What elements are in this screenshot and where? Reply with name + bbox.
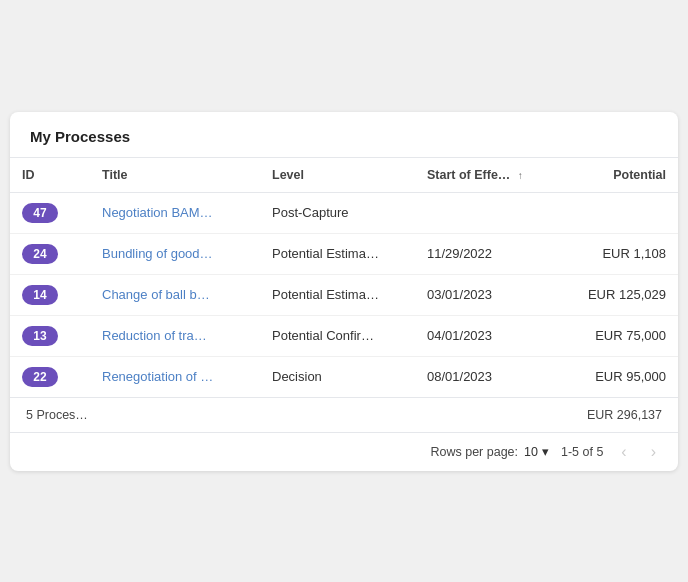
- cell-id: 24: [10, 233, 90, 274]
- sort-asc-icon: ↑: [518, 170, 523, 181]
- card-title: My Processes: [10, 112, 678, 157]
- table-row: 13Reduction of tra…Potential Confir…04/0…: [10, 315, 678, 356]
- title-link[interactable]: Renegotiation of …: [102, 369, 213, 384]
- cell-level: Potential Confir…: [260, 315, 415, 356]
- cell-title[interactable]: Change of ball b…: [90, 274, 260, 315]
- id-badge: 22: [22, 367, 58, 387]
- cell-start: 03/01/2023: [415, 274, 555, 315]
- cell-start: 11/29/2022: [415, 233, 555, 274]
- id-badge: 13: [22, 326, 58, 346]
- cell-id: 47: [10, 192, 90, 233]
- cell-potential: EUR 125,029: [555, 274, 678, 315]
- cell-level: Decision: [260, 356, 415, 397]
- col-header-potential: Potential: [555, 157, 678, 192]
- cell-potential: EUR 75,000: [555, 315, 678, 356]
- rows-per-page-label: Rows per page:: [430, 445, 518, 459]
- table-row: 24Bundling of good…Potential Estima…11/2…: [10, 233, 678, 274]
- title-link[interactable]: Negotiation BAM…: [102, 205, 213, 220]
- cell-potential: [555, 192, 678, 233]
- table-row: 22Renegotiation of …Decision08/01/2023EU…: [10, 356, 678, 397]
- next-page-button[interactable]: ›: [645, 441, 662, 463]
- cell-level: Potential Estima…: [260, 233, 415, 274]
- cell-id: 14: [10, 274, 90, 315]
- table-row: 47Negotiation BAM…Post-Capture: [10, 192, 678, 233]
- id-badge: 24: [22, 244, 58, 264]
- col-header-title: Title: [90, 157, 260, 192]
- my-processes-card: My Processes ID Title Level Start of Eff…: [10, 112, 678, 471]
- table-row: 14Change of ball b…Potential Estima…03/0…: [10, 274, 678, 315]
- footer-total: EUR 296,137: [587, 408, 662, 422]
- cell-title[interactable]: Bundling of good…: [90, 233, 260, 274]
- table-footer: 5 Proces… EUR 296,137: [10, 397, 678, 432]
- cell-potential: EUR 95,000: [555, 356, 678, 397]
- cell-id: 13: [10, 315, 90, 356]
- cell-level: Post-Capture: [260, 192, 415, 233]
- prev-page-button[interactable]: ‹: [615, 441, 632, 463]
- id-badge: 14: [22, 285, 58, 305]
- title-link[interactable]: Reduction of tra…: [102, 328, 207, 343]
- table-body: 47Negotiation BAM…Post-Capture24Bundling…: [10, 192, 678, 397]
- rows-per-page-group: Rows per page: 10 ▾: [430, 444, 548, 459]
- title-link[interactable]: Change of ball b…: [102, 287, 210, 302]
- cell-start: 08/01/2023: [415, 356, 555, 397]
- per-page-value: 10: [524, 445, 538, 459]
- per-page-select[interactable]: 10 ▾: [524, 444, 549, 459]
- col-header-start[interactable]: Start of Effe… ↑: [415, 157, 555, 192]
- col-header-id: ID: [10, 157, 90, 192]
- cell-id: 22: [10, 356, 90, 397]
- processes-table: ID Title Level Start of Effe… ↑ Potentia…: [10, 157, 678, 397]
- cell-level: Potential Estima…: [260, 274, 415, 315]
- cell-potential: EUR 1,108: [555, 233, 678, 274]
- title-link[interactable]: Bundling of good…: [102, 246, 213, 261]
- cell-start: [415, 192, 555, 233]
- cell-title[interactable]: Renegotiation of …: [90, 356, 260, 397]
- cell-start: 04/01/2023: [415, 315, 555, 356]
- footer-label: 5 Proces…: [26, 408, 88, 422]
- cell-title[interactable]: Reduction of tra…: [90, 315, 260, 356]
- page-range: 1-5 of 5: [561, 445, 603, 459]
- chevron-down-icon: ▾: [542, 444, 549, 459]
- col-header-level: Level: [260, 157, 415, 192]
- pagination-bar: Rows per page: 10 ▾ 1-5 of 5 ‹ ›: [10, 432, 678, 471]
- cell-title[interactable]: Negotiation BAM…: [90, 192, 260, 233]
- id-badge: 47: [22, 203, 58, 223]
- table-header-row: ID Title Level Start of Effe… ↑ Potentia…: [10, 157, 678, 192]
